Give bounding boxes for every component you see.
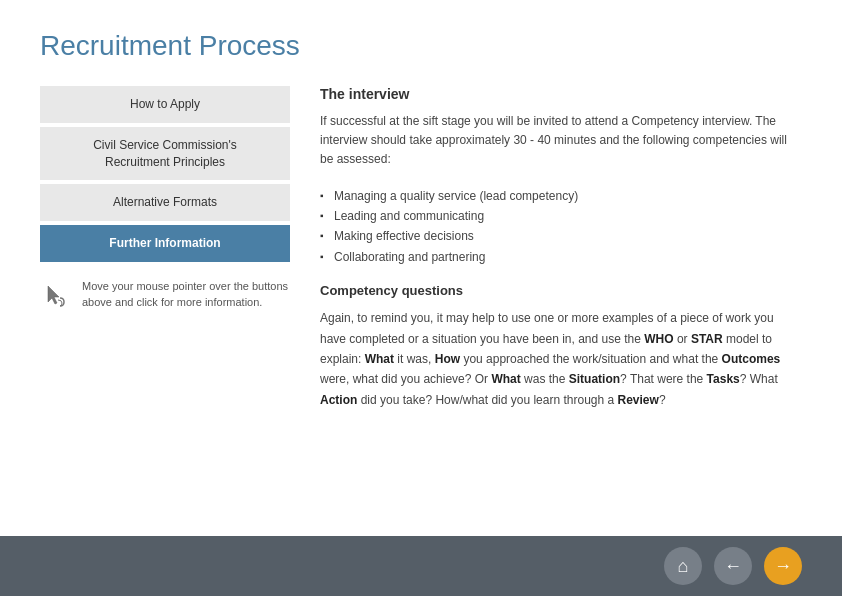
sidebar: How to Apply Civil Service Commission'sR…	[40, 86, 290, 410]
competency-questions-title: Competency questions	[320, 283, 802, 298]
nav-civil-service[interactable]: Civil Service Commission'sRecruitment Pr…	[40, 127, 290, 181]
competency-bullet-list: Managing a quality service (lead compete…	[320, 186, 802, 268]
bullet-3: Making effective decisions	[320, 226, 802, 246]
nav-how-to-apply[interactable]: How to Apply	[40, 86, 290, 123]
nav-further-information[interactable]: Further Information	[40, 225, 290, 262]
main-content: Recruitment Process How to Apply Civil S…	[0, 0, 842, 410]
footer: ⌂ ← →	[0, 536, 842, 596]
sidebar-hint: Move your mouse pointer over the buttons…	[40, 278, 290, 312]
sidebar-hint-text: Move your mouse pointer over the buttons…	[82, 278, 290, 311]
bullet-1: Managing a quality service (lead compete…	[320, 186, 802, 206]
layout: How to Apply Civil Service Commission'sR…	[40, 86, 802, 410]
next-button[interactable]: →	[764, 547, 802, 585]
interview-intro: If successful at the sift stage you will…	[320, 112, 802, 170]
nav-alternative-formats[interactable]: Alternative Formats	[40, 184, 290, 221]
competency-text: Again, to remind you, it may help to use…	[320, 308, 802, 410]
bullet-4: Collaborating and partnering	[320, 247, 802, 267]
page-title: Recruitment Process	[40, 30, 802, 62]
cursor-icon	[40, 280, 72, 312]
home-button[interactable]: ⌂	[664, 547, 702, 585]
content-area: The interview If successful at the sift …	[320, 86, 802, 410]
interview-title: The interview	[320, 86, 802, 102]
bullet-2: Leading and communicating	[320, 206, 802, 226]
prev-button[interactable]: ←	[714, 547, 752, 585]
